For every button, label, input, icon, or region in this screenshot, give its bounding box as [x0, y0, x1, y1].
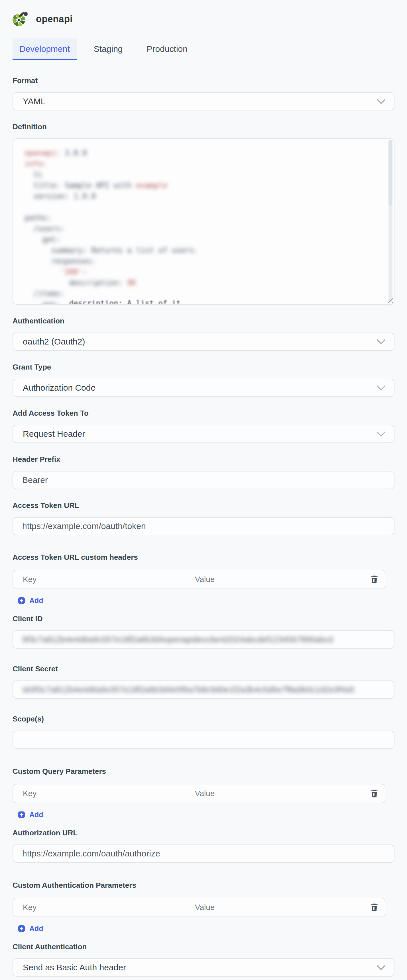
header-prefix-field: Header Prefix	[13, 455, 394, 489]
code-line: responses:	[24, 256, 377, 267]
trash-icon	[370, 574, 379, 584]
format-select-value: YAML	[23, 97, 45, 106]
openapi-logo-hub-icon	[17, 18, 21, 22]
delete-row-button[interactable]	[364, 570, 385, 589]
add-access-token-to-select[interactable]: Request Header	[13, 425, 394, 443]
tab-staging[interactable]: Staging	[87, 38, 130, 60]
client-authentication-select-value: Send as Basic Auth header	[23, 963, 126, 972]
scopes-field: Scope(s)	[13, 714, 394, 749]
chevron-down-icon	[377, 961, 385, 970]
add-query-parameter-button[interactable]: Add	[18, 811, 55, 819]
auth-key-input[interactable]	[13, 898, 185, 916]
definition-editor[interactable]: openapi: 3.0.0info: ti title: Sample API…	[13, 138, 394, 305]
app-header: openapi	[0, 0, 407, 26]
access-token-url-field: Access Token URL	[13, 501, 394, 535]
access-token-custom-headers-label: Access Token URL custom headers	[13, 553, 394, 562]
client-authentication-field: Client Authentication Send as Basic Auth…	[13, 942, 394, 977]
plus-icon	[18, 811, 25, 818]
add-auth-parameter-button[interactable]: Add	[18, 924, 55, 933]
client-secret-field: Client Secret sk9f3c7a812b4e4d6a9c057e18…	[13, 665, 394, 699]
scopes-label: Scope(s)	[13, 714, 394, 724]
plus-icon	[18, 925, 25, 932]
auth-value-input[interactable]	[185, 898, 364, 916]
header-prefix-input[interactable]	[13, 471, 394, 489]
settings-form: Format YAML Definition openapi: 3.0.0inf…	[0, 60, 407, 980]
header-key-input[interactable]	[13, 570, 185, 589]
authorization-url-input[interactable]	[13, 845, 394, 863]
code-line: paths:	[24, 212, 377, 223]
code-line: ti	[24, 169, 377, 180]
authentication-field: Authentication oauth2 (Oauth2)	[13, 317, 394, 351]
add-access-token-to-select-value: Request Header	[23, 429, 85, 439]
client-secret-label: Client Secret	[13, 665, 394, 673]
openapi-logo-knob-icon	[24, 12, 28, 16]
grant-type-label: Grant Type	[13, 363, 394, 372]
client-secret-redacted-value: sk9f3c7a812b4e4d6a9c057e18f2a6b3d4e5f6a7…	[22, 685, 354, 694]
grant-type-select[interactable]: Authorization Code	[13, 379, 394, 397]
definition-cut-line: description: A list of it	[24, 298, 181, 305]
plus-icon	[18, 597, 25, 604]
custom-authentication-parameters-label: Custom Authentication Parameters	[13, 881, 394, 890]
query-key-input[interactable]	[13, 784, 185, 803]
grant-type-field: Grant Type Authorization Code	[13, 363, 394, 397]
client-authentication-select[interactable]: Send as Basic Auth header	[13, 958, 394, 977]
client-id-redacted-value: 9f3c7a812b4e4d6a9c057e18f2a6b3d4openapid…	[22, 635, 333, 644]
header-value-input[interactable]	[185, 570, 364, 589]
access-token-url-label: Access Token URL	[13, 501, 394, 510]
client-id-field: Client ID 9f3c7a812b4e4d6a9c057e18f2a6b3…	[13, 614, 394, 649]
access-token-url-input[interactable]	[13, 517, 394, 535]
code-line: /items:	[24, 288, 377, 299]
code-line: openapi: 3.0.0	[24, 148, 377, 158]
code-line: '200':	[24, 267, 377, 277]
chevron-down-icon	[377, 336, 385, 345]
client-id-label: Client ID	[13, 614, 394, 623]
custom-query-parameters-section: Custom Query Parameters Add	[13, 767, 394, 819]
definition-blurred-code: openapi: 3.0.0info: ti title: Sample API…	[24, 148, 377, 305]
delete-row-button[interactable]	[364, 898, 385, 916]
code-line: title: Sample API with example	[24, 180, 377, 191]
grant-type-select-value: Authorization Code	[23, 383, 96, 393]
definition-label: Definition	[13, 123, 394, 131]
authentication-label: Authentication	[13, 317, 394, 325]
page-title: openapi	[36, 14, 73, 24]
client-authentication-label: Client Authentication	[13, 942, 394, 951]
environment-tabs: Development Staging Production	[0, 38, 407, 60]
client-secret-input[interactable]: sk9f3c7a812b4e4d6a9c057e18f2a6b3d4e5f6a7…	[13, 681, 394, 699]
code-line: /users:	[24, 223, 377, 234]
add-access-token-to-label: Add Access Token To	[13, 409, 394, 418]
code-line: description: OK	[24, 277, 377, 288]
authentication-select-value: oauth2 (Oauth2)	[23, 337, 85, 347]
access-token-custom-headers-section: Access Token URL custom headers Add	[13, 553, 394, 605]
query-value-input[interactable]	[185, 784, 364, 803]
client-id-input[interactable]: 9f3c7a812b4e4d6a9c057e18f2a6b3d4openapid…	[13, 630, 394, 649]
header-key-value-row	[13, 570, 385, 589]
resize-handle-icon[interactable]	[386, 297, 393, 303]
authorization-url-label: Authorization URL	[13, 829, 394, 837]
definition-field: Definition openapi: 3.0.0info: ti title:…	[13, 123, 394, 305]
header-prefix-label: Header Prefix	[13, 455, 394, 464]
chevron-down-icon	[377, 428, 385, 437]
format-field: Format YAML	[13, 76, 394, 110]
authorization-url-field: Authorization URL	[13, 829, 394, 863]
code-line: version: 1.0.0	[24, 191, 377, 202]
trash-icon	[370, 902, 379, 912]
code-line: summary: Returns a list of users.	[24, 245, 377, 256]
format-select[interactable]: YAML	[13, 92, 394, 110]
delete-row-button[interactable]	[364, 784, 385, 803]
add-header-button[interactable]: Add	[18, 597, 55, 605]
definition-scrollbar[interactable]	[388, 140, 393, 302]
tab-development[interactable]: Development	[13, 38, 77, 60]
trash-icon	[370, 789, 379, 799]
format-label: Format	[13, 76, 394, 85]
query-key-value-row	[13, 784, 385, 803]
custom-authentication-parameters-section: Custom Authentication Parameters Add	[13, 881, 394, 933]
auth-key-value-row	[13, 898, 385, 917]
chevron-down-icon	[377, 95, 385, 104]
scopes-input[interactable]	[13, 730, 394, 749]
authentication-select[interactable]: oauth2 (Oauth2)	[13, 332, 394, 351]
custom-query-parameters-label: Custom Query Parameters	[13, 767, 394, 776]
chevron-down-icon	[377, 382, 385, 391]
tab-production[interactable]: Production	[140, 38, 195, 60]
add-access-token-to-field: Add Access Token To Request Header	[13, 409, 394, 443]
definition-scrollbar-thumb[interactable]	[388, 140, 393, 205]
